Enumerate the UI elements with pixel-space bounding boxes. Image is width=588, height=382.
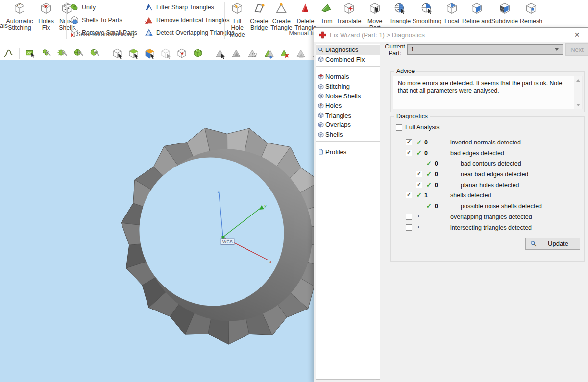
filter-sharp-triangles-button[interactable]: Filter Sharp Triangles — [144, 1, 235, 14]
normals-cube-icon — [318, 74, 324, 80]
maximize-button[interactable] — [544, 28, 566, 42]
fill-hole-cube-icon — [231, 2, 244, 15]
check-ok-icon: ✓ — [426, 170, 432, 178]
select-window-triangles-icon[interactable] — [247, 48, 258, 59]
full-analysis-checkbox[interactable] — [396, 124, 402, 131]
mark-plane-icon[interactable] — [57, 48, 68, 59]
diagnostics-groupbox: Diagnostics Full Analysis ✓ ✓ 0 inverted… — [390, 116, 585, 262]
sidebar-item-triangles[interactable]: Triangles — [316, 111, 380, 120]
triangle-reduction-button[interactable]: Triangle — [388, 0, 412, 24]
row-checkbox[interactable] — [406, 214, 412, 220]
sidebar-item-diagnostics[interactable]: Diagnostics — [316, 45, 380, 55]
dialog-title: Fix Wizard (Part: 1) > Diagnostics — [330, 31, 425, 39]
holes-fix-cube-icon — [40, 2, 52, 15]
advice-scrollbar[interactable] — [574, 76, 582, 109]
advice-text: No more errors are detected. It seems th… — [398, 80, 564, 95]
detect-overlapping-triangles-button[interactable]: Detect Overlapping Triangles — [144, 26, 235, 39]
mark-point-icon[interactable] — [176, 48, 187, 59]
mark-surface-icon[interactable] — [74, 48, 84, 59]
create-triangle-icon — [275, 2, 288, 15]
dialog-titlebar[interactable]: Fix Wizard (Part: 1) > Diagnostics ✕ — [314, 28, 588, 42]
profiles-document-icon — [318, 149, 324, 155]
row-checkbox[interactable]: ✓ — [406, 139, 412, 145]
ribbon-group-fixing: Automatic Stitching Holes Fix Noise Shel… — [3, 0, 78, 31]
remesh-button[interactable]: Remesh — [520, 0, 542, 24]
current-part-dropdown[interactable]: 1 — [407, 44, 563, 55]
shells-to-parts-button[interactable]: Shells To Parts — [70, 14, 137, 26]
refine-cube-icon — [470, 2, 483, 15]
triangle-reduce-sphere-icon — [393, 2, 406, 15]
detect-overlapping-triangles-icon — [144, 28, 154, 38]
sidebar-item-profiles[interactable]: Profiles — [316, 147, 380, 157]
check-ok-icon: ✓ — [416, 191, 422, 199]
check-ok-icon: ✓ — [426, 181, 432, 189]
check-ok-icon: ✓ — [416, 139, 422, 146]
diagnostic-row: ✓ 0 bad contours detected — [391, 159, 584, 170]
sidebar-item-holes[interactable]: Holes — [316, 101, 380, 111]
select-plane-icon[interactable] — [160, 48, 171, 59]
advice-textarea: No more errors are detected. It seems th… — [393, 76, 583, 109]
row-checkbox[interactable]: ✓ — [416, 171, 422, 177]
delete-marked-triangles-icon[interactable] — [279, 48, 290, 59]
update-button[interactable]: Update — [525, 238, 580, 250]
row-checkbox[interactable]: ✓ — [406, 150, 412, 156]
shell-triangles-icon[interactable] — [295, 48, 306, 59]
diagnostics-title: Diagnostics — [394, 113, 430, 119]
subdivide-button[interactable]: Subdivide — [492, 0, 517, 24]
ring-mesh-model — [119, 127, 335, 344]
full-analysis-checkbox-row[interactable]: Full Analysis — [396, 124, 439, 131]
current-part-label: Current Part: — [383, 43, 407, 57]
y-axis-label: y — [264, 203, 267, 208]
advice-title: Advice — [394, 68, 416, 74]
mark-triangles-icon[interactable] — [231, 48, 242, 59]
close-button[interactable]: ✕ — [566, 28, 588, 42]
spline-tool-icon[interactable] — [3, 48, 14, 59]
sidebar-item-overlaps[interactable]: Overlaps — [316, 120, 380, 130]
green-shell-cube-icon[interactable] — [193, 48, 203, 59]
holes-fix-button[interactable]: Holes Fix — [37, 0, 55, 31]
row-checkbox[interactable] — [406, 224, 412, 231]
cube-icon — [318, 56, 324, 62]
minimize-button[interactable] — [522, 28, 544, 42]
close-icon: ✕ — [574, 31, 580, 38]
mark-shell-icon[interactable] — [41, 48, 52, 59]
filter-sharp-triangles-icon — [144, 2, 154, 12]
z-axis-label: z — [217, 189, 220, 194]
row-checkbox[interactable]: ✓ — [406, 192, 412, 198]
delete-triangle-icon — [299, 2, 312, 15]
refine-button[interactable]: Refine and — [464, 0, 490, 24]
ribbon-group-remesh: Triangle Smoothing Local Refine and Subd… — [388, 0, 542, 24]
not-run-dot-icon — [418, 215, 419, 217]
sidebar-item-stitching[interactable]: Stitching — [316, 82, 380, 92]
sidebar-item-noise-shells[interactable]: Noise Shells — [316, 91, 380, 101]
stitching-cube-icon — [318, 84, 324, 90]
overlaps-cube-icon — [318, 122, 324, 128]
select-triangle-icon[interactable] — [215, 48, 225, 59]
local-smoothing-button[interactable]: Local — [442, 0, 462, 24]
check-ok-icon: ✓ — [426, 202, 432, 210]
view-normals-icon[interactable] — [25, 48, 36, 59]
smoothing-button[interactable]: Smoothing — [414, 0, 440, 24]
scroll-down-button[interactable] — [574, 101, 582, 109]
remove-identical-triangles-button[interactable]: Remove Identical Triangles — [144, 14, 235, 26]
ribbon-group-semiauto: Unify Shells To Parts Remove Small Parts… — [70, 1, 137, 39]
maximize-icon — [553, 33, 557, 37]
select-part-icon[interactable] — [112, 48, 122, 59]
grow-selection-icon[interactable] — [263, 48, 274, 59]
mark-all-icon[interactable] — [90, 48, 100, 59]
scroll-up-button[interactable] — [574, 76, 582, 84]
next-button[interactable]: Next — [565, 43, 588, 56]
row-checkbox[interactable]: ✓ — [416, 182, 422, 188]
unify-button[interactable]: Unify — [70, 1, 137, 14]
sidebar-separator — [316, 141, 380, 142]
update-magnifier-icon — [530, 240, 537, 247]
triangles-cube-icon — [318, 112, 324, 118]
sidebar-item-shells[interactable]: Shells — [316, 130, 380, 140]
select-surface-icon[interactable] — [144, 48, 155, 59]
automatic-stitching-button[interactable]: Automatic Stitching — [3, 0, 36, 31]
sidebar-item-combined-fix[interactable]: Combined Fix — [316, 55, 380, 65]
sidebar-item-normals[interactable]: Normals — [316, 72, 380, 82]
wizard-page-list: Diagnostics Combined Fix Normals Stitchi… — [316, 44, 380, 380]
select-shell-icon[interactable] — [128, 48, 139, 59]
create-bridge-icon — [253, 2, 266, 15]
